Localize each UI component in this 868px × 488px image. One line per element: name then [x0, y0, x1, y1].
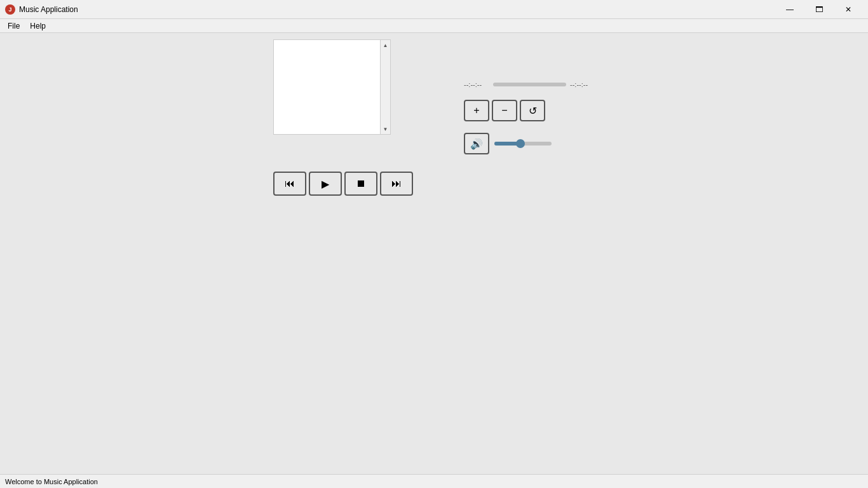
current-time: --:--:--	[464, 81, 489, 88]
zoom-reset-icon: ↺	[529, 105, 537, 117]
play-icon: ▶	[322, 178, 329, 190]
status-bar: Welcome to Music Application	[0, 474, 868, 488]
menu-item-file[interactable]: File	[3, 20, 25, 32]
time-bar: --:--:-- --:--:--	[464, 81, 595, 88]
zoom-controls: + − ↺	[464, 100, 595, 121]
main-content: ▲ ▼ ⏮ ▶ ⏹ ⏭ --:--:-- --:--:--	[0, 33, 868, 474]
zoom-reset-button[interactable]: ↺	[520, 100, 545, 121]
previous-icon: ⏮	[285, 178, 295, 189]
close-button[interactable]: ✕	[834, 0, 863, 19]
scroll-down-arrow[interactable]: ▼	[382, 125, 390, 133]
next-button[interactable]: ⏭	[380, 172, 413, 196]
volume-slider[interactable]	[494, 142, 552, 146]
volume-button[interactable]: 🔊	[464, 133, 489, 154]
zoom-in-icon: +	[473, 105, 479, 116]
stop-icon: ⏹	[356, 178, 366, 189]
title-bar-controls: — 🗖 ✕	[775, 0, 863, 19]
next-icon: ⏭	[391, 178, 402, 189]
transport-controls: ⏮ ▶ ⏹ ⏭	[273, 172, 413, 196]
zoom-out-button[interactable]: −	[492, 100, 517, 121]
progress-bar[interactable]	[493, 83, 566, 86]
menu-bar: File Help	[0, 19, 868, 33]
menu-item-help[interactable]: Help	[25, 20, 51, 32]
zoom-in-button[interactable]: +	[464, 100, 489, 121]
minimize-button[interactable]: —	[775, 0, 804, 19]
title-bar: J Music Application — 🗖 ✕	[0, 0, 868, 19]
zoom-out-icon: −	[501, 105, 507, 116]
total-time: --:--:--	[570, 81, 595, 88]
volume-control: 🔊	[464, 133, 595, 154]
title-bar-left: J Music Application	[5, 4, 775, 15]
stop-button[interactable]: ⏹	[344, 172, 377, 196]
right-controls: --:--:-- --:--:-- + − ↺ 🔊	[464, 81, 595, 154]
status-text: Welcome to Music Application	[5, 478, 98, 485]
app-icon: J	[5, 4, 15, 15]
previous-button[interactable]: ⏮	[273, 172, 306, 196]
playlist-area: ▲ ▼	[273, 39, 391, 135]
volume-slider-thumb[interactable]	[516, 139, 525, 148]
restore-button[interactable]: 🗖	[804, 0, 834, 19]
play-button[interactable]: ▶	[309, 172, 342, 196]
app-title: Music Application	[19, 5, 78, 14]
volume-icon: 🔊	[470, 138, 483, 150]
scroll-up-arrow[interactable]: ▲	[382, 41, 390, 49]
playlist-scrollbar[interactable]: ▲ ▼	[380, 40, 390, 134]
